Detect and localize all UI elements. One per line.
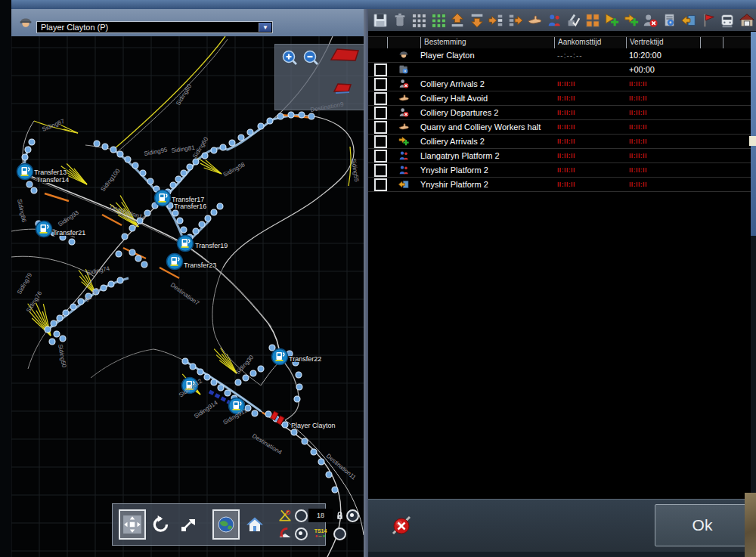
table-row[interactable]: Colliery Departures 2II:II:IIII:II:II <box>368 106 751 120</box>
insert-into-icon[interactable] <box>488 12 504 29</box>
row-checkbox[interactable] <box>374 63 387 76</box>
row-checkbox[interactable] <box>374 135 387 148</box>
transfer-point-icon[interactable] <box>17 164 33 180</box>
add-instruction-icon[interactable] <box>623 12 640 29</box>
row-checkbox[interactable] <box>374 92 387 105</box>
track-map[interactable]: Siding87Siding86Siding80Siding95Siding81… <box>11 36 364 557</box>
track-node <box>288 112 294 118</box>
passengers-icon[interactable] <box>546 12 562 29</box>
track-node <box>60 336 66 342</box>
departure-time: 10:20:00 <box>626 51 700 60</box>
ts-marker-toggle[interactable] <box>333 528 346 540</box>
grid-gray-icon[interactable] <box>411 12 427 29</box>
arrival-time: II:II:II <box>554 166 626 174</box>
save-icon[interactable] <box>372 12 389 29</box>
timetable-toolbar <box>368 9 756 31</box>
departure-time: +00:00 <box>626 65 700 74</box>
link-arrow-icon <box>179 515 197 534</box>
dropdown-arrow-icon[interactable]: ▼ <box>259 23 271 32</box>
depot-icon[interactable] <box>739 12 755 29</box>
window-titlebar <box>0 0 756 9</box>
destination-label: Ynyshir Platform 2 <box>420 180 554 189</box>
track-node <box>147 178 153 184</box>
lock-toggle[interactable] <box>346 509 359 522</box>
globe-icon <box>217 515 235 534</box>
remove-instruction-icon[interactable] <box>391 513 414 537</box>
transfer-point-icon[interactable] <box>178 236 194 252</box>
table-row[interactable]: Ynyshir Platform 2II:II:IIII:II:II <box>368 163 751 178</box>
track-node <box>187 164 193 170</box>
transfer-point-icon[interactable] <box>36 221 52 237</box>
rotate-tool[interactable] <box>149 511 173 538</box>
zoom-out-icon[interactable] <box>302 49 321 67</box>
pan-tool[interactable] <box>119 509 146 540</box>
track-node <box>204 374 210 380</box>
track-node <box>51 320 57 326</box>
signals-crossed-toggle[interactable] <box>295 509 308 522</box>
track-node <box>125 156 131 162</box>
track-node <box>141 261 147 268</box>
track-node <box>243 375 249 381</box>
grid-orange-icon[interactable] <box>584 12 601 29</box>
approve-icon[interactable] <box>565 12 581 29</box>
flag-icon[interactable] <box>700 12 717 29</box>
track-node <box>197 369 203 375</box>
table-row[interactable]: Llangatryn Platform 2II:II:IIII:II:II <box>368 149 751 163</box>
right-edge-dark <box>751 236 756 493</box>
row-checkbox[interactable] <box>374 78 387 91</box>
track-node <box>252 410 258 416</box>
add-stop-icon[interactable] <box>603 12 620 29</box>
table-row[interactable]: Quarry and Colliery Workers haltII:II:II… <box>368 120 751 135</box>
track-map-svg: Siding87Siding86Siding80Siding95Siding81… <box>11 36 364 557</box>
link-tool[interactable] <box>176 511 200 538</box>
track-node <box>326 472 332 478</box>
row-checkbox[interactable] <box>374 107 387 119</box>
insert-out-icon[interactable] <box>507 12 524 29</box>
globe-tool[interactable] <box>212 509 240 540</box>
row-checkbox[interactable] <box>374 178 387 191</box>
table-row[interactable]: +00:00 <box>368 63 751 77</box>
track-line <box>28 330 48 369</box>
table-row[interactable]: Player Clayton--:--:--10:20:00 <box>368 48 751 63</box>
remove-driver-icon[interactable] <box>642 12 658 29</box>
minimap-area-marker-small <box>333 82 352 94</box>
table-row[interactable]: Ynyshir Platform 2II:II:IIII:II:II <box>368 178 751 192</box>
delete-icon[interactable] <box>392 12 408 29</box>
map-siding-label: Siding914 <box>193 399 219 420</box>
track-node <box>258 123 264 129</box>
zoom-in-icon[interactable] <box>281 49 299 67</box>
table-row[interactable]: Colliery Halt AvoidII:II:IIII:II:II <box>368 91 751 106</box>
track-node <box>172 210 178 216</box>
move-down-icon[interactable] <box>469 12 485 29</box>
row-checkbox[interactable] <box>374 164 387 177</box>
transfer-point-icon[interactable] <box>155 190 171 206</box>
table-row[interactable]: Colliery Arrivals 2II:II:IIII:II:II <box>368 135 751 149</box>
move-up-icon[interactable] <box>449 12 466 29</box>
map-siding-label: Destination7 <box>169 281 201 307</box>
transfer-point-icon[interactable] <box>272 349 288 365</box>
track-node <box>308 113 314 119</box>
grid-green-icon[interactable] <box>430 12 447 29</box>
track-node <box>211 147 217 153</box>
consist-dropdown[interactable]: Player Clayton (P) ▼ <box>36 21 273 33</box>
hand-icon[interactable] <box>526 12 543 29</box>
goto-icon[interactable] <box>680 12 697 29</box>
track-node <box>129 225 135 231</box>
row-checkbox[interactable] <box>374 121 387 134</box>
header-col-5 <box>700 37 723 48</box>
table-row[interactable]: Colliery Arrivals 2II:II:IIII:II:II <box>368 77 751 91</box>
home-tool[interactable] <box>243 511 267 538</box>
transfer-point-icon[interactable] <box>167 254 183 270</box>
scrollbar-thumb[interactable] <box>749 136 756 146</box>
junction-toggle[interactable] <box>295 528 308 540</box>
train-icon[interactable] <box>719 12 736 29</box>
track-node <box>140 170 146 176</box>
row-checkbox[interactable] <box>374 150 387 162</box>
instruction-gear-icon <box>387 63 420 76</box>
signals-crossed-icon <box>277 508 293 523</box>
track-node <box>229 140 235 146</box>
map-transfer-label: Player Clayton <box>291 422 336 429</box>
instructions-icon[interactable] <box>662 12 678 29</box>
ok-button[interactable]: Ok <box>655 504 750 546</box>
track-node <box>258 366 264 372</box>
